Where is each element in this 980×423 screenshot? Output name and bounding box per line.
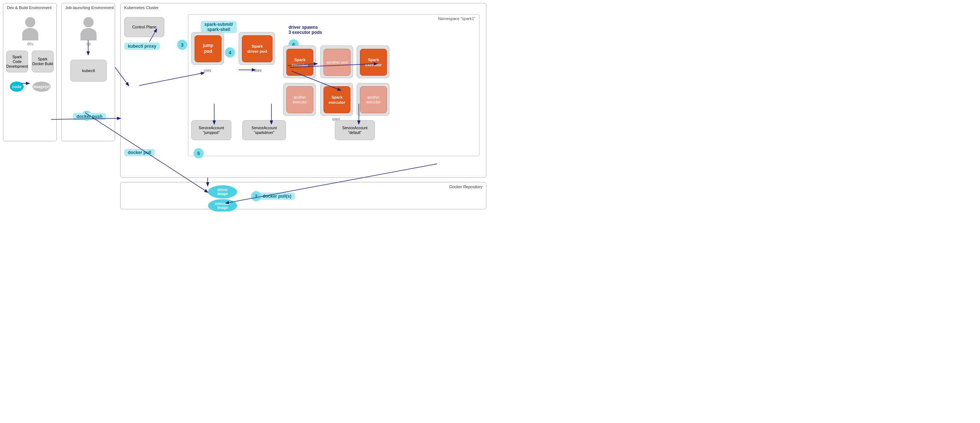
docker-pulls-label: docker pull(s) <box>259 193 295 200</box>
step5-bubble: 5 <box>193 148 204 158</box>
op-head <box>83 17 94 27</box>
spark-exec3-group: Spark executor <box>320 83 353 116</box>
op-person: op <box>81 17 97 46</box>
spark-code-box: Spark Code Development <box>6 51 28 73</box>
docker-push-label: docker push <box>73 113 106 120</box>
docker-pull-label: docker pull <box>124 149 155 156</box>
namespace-panel: Namespace "spark1" jump pod 4 Spark driv… <box>188 14 479 156</box>
dev-person: dev <box>22 17 38 46</box>
spark-docker-box: Spark Docker Build <box>32 51 54 73</box>
step7-bubble: 7 <box>251 191 261 201</box>
dev-head <box>25 17 35 27</box>
another-exec1-group: another executor <box>283 83 316 116</box>
another-executor1-box: another executor <box>286 86 313 113</box>
sa-jumppod-box: ServiceAccount "jumppod" <box>191 120 231 140</box>
docker-panel-title: Docker Repository <box>450 185 482 189</box>
images-oval: image(s) <box>32 82 51 92</box>
k8s-panel-title: Kubernetes Cluster <box>124 5 159 10</box>
kubectl-box: kubectl <box>70 60 107 82</box>
kubectl-proxy-label: kubectl proxy <box>124 43 160 50</box>
diagram: Dev & Build Environment dev Spark Code D… <box>0 0 490 211</box>
dev-label: dev <box>27 41 33 46</box>
another-pod-box: another pod <box>323 49 350 76</box>
spark-executor2-box: Spark executor <box>360 49 387 76</box>
code-oval: code <box>10 82 24 92</box>
step3-bubble: 3 <box>177 40 187 50</box>
dev-body <box>22 28 38 40</box>
another-exec2-group: another executor <box>357 83 390 116</box>
uses-label2: uses <box>254 68 262 73</box>
dev-build-panel: Dev & Build Environment dev Spark Code D… <box>3 3 57 141</box>
executor-image-shape: executor image <box>208 199 237 211</box>
job-panel-title: Job-launching Environment <box>65 5 114 10</box>
spark-executor1-box: Spark executor <box>286 49 313 76</box>
another-pod-group: another pod <box>320 46 353 78</box>
namespace-title: Namespace "spark1" <box>438 16 476 21</box>
op-label: op <box>86 41 91 46</box>
step4-bubble: 4 <box>225 48 235 57</box>
job-launching-panel: Job-launching Environment op kubectl 1 <box>61 3 115 141</box>
docker-repo-panel: Docker Repository driver image executor … <box>120 182 486 209</box>
sa-sparkdriver-box: ServiceAccount "sparkdriver" <box>242 120 286 140</box>
driver-spawns-label: driver spawns 3 executor pods <box>288 25 322 35</box>
driver-image-shape: driver image <box>208 185 237 198</box>
spark-driver-group: Spark driver pod <box>239 32 275 65</box>
another-executor2-box: another executor <box>360 86 387 113</box>
jump-pod-box: jump pod <box>194 35 221 62</box>
uses-label1: uses <box>204 68 211 73</box>
op-body <box>81 28 97 40</box>
spark-driver-box: Spark driver pod <box>242 35 272 62</box>
control-plane-box: Control Plane <box>124 17 164 37</box>
sa-default-box: ServiceAccount "default" <box>335 120 375 140</box>
dev-panel-title: Dev & Build Environment <box>7 5 51 10</box>
spark-executor3-box: Spark executor <box>323 86 350 113</box>
spark-exec2-group: Spark executor <box>357 46 390 78</box>
k8s-panel: Kubernetes Cluster Control Plane kubectl… <box>120 3 486 177</box>
spark-exec1-group: Spark executor <box>283 46 316 78</box>
jump-pod-group: jump pod <box>191 32 224 65</box>
